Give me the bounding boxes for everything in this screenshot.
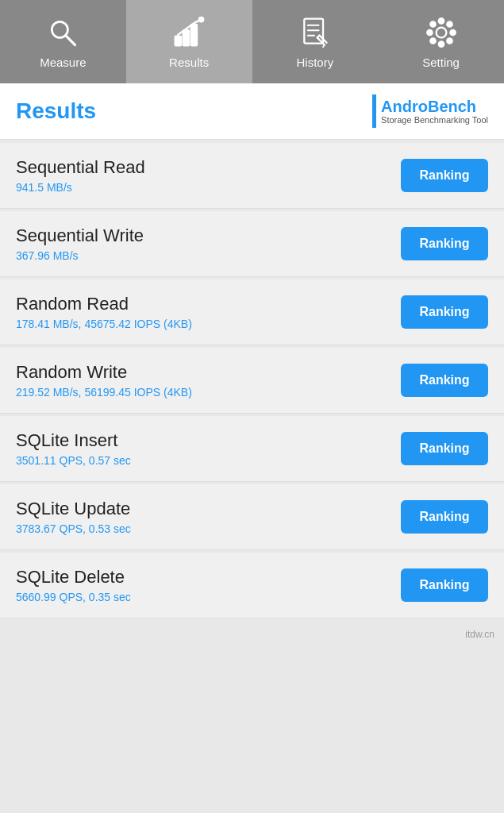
result-name: SQLite Delete [16, 567, 131, 588]
result-info: Random Write219.52 MB/s, 56199.45 IOPS (… [16, 362, 192, 399]
ranking-button[interactable]: Ranking [401, 364, 488, 397]
ranking-button[interactable]: Ranking [401, 295, 488, 329]
logo-main: AndroBench [381, 98, 488, 115]
svg-point-20 [447, 38, 452, 43]
svg-point-15 [438, 18, 443, 23]
result-value: 3501.11 QPS, 0.57 sec [16, 454, 131, 467]
tab-history-label: History [297, 56, 334, 69]
result-row: SQLite Update3783.67 QPS, 0.53 secRankin… [0, 484, 504, 550]
result-value: 941.5 MB/s [16, 181, 145, 194]
result-name: SQLite Update [16, 499, 131, 519]
svg-line-12 [317, 36, 320, 38]
svg-point-17 [427, 30, 432, 35]
tab-setting-label: Setting [422, 56, 460, 69]
result-row: Random Write219.52 MB/s, 56199.45 IOPS (… [0, 348, 504, 414]
ranking-button[interactable]: Ranking [401, 227, 488, 260]
page-title: Results [16, 98, 96, 124]
result-row: Random Read178.41 MB/s, 45675.42 IOPS (4… [0, 279, 504, 345]
result-name: Random Write [16, 362, 192, 383]
ranking-button[interactable]: Ranking [401, 432, 488, 465]
tab-measure-label: Measure [40, 56, 86, 69]
result-row: Sequential Write367.96 MB/sRanking [0, 211, 504, 277]
results-list: Sequential Read941.5 MB/sRankingSequenti… [0, 140, 504, 624]
ranking-button[interactable]: Ranking [401, 500, 488, 534]
result-name: SQLite Insert [16, 430, 131, 451]
tab-bar: Measure Results [0, 0, 504, 83]
svg-point-16 [438, 41, 443, 46]
result-info: SQLite Insert3501.11 QPS, 0.57 sec [16, 430, 131, 467]
logo-bench: Bench [428, 98, 476, 115]
svg-rect-2 [175, 37, 181, 46]
result-row: SQLite Delete5660.99 QPS, 0.35 secRankin… [0, 553, 504, 618]
result-name: Random Read [16, 294, 192, 314]
svg-line-1 [66, 36, 75, 45]
result-info: Sequential Read941.5 MB/s [16, 157, 145, 194]
result-info: Random Read178.41 MB/s, 45675.42 IOPS (4… [16, 294, 192, 330]
svg-rect-3 [183, 30, 189, 45]
result-value: 5660.99 QPS, 0.35 sec [16, 591, 131, 603]
ranking-button[interactable]: Ranking [401, 568, 488, 602]
logo-text: AndroBench Storage Benchmarking Tool [381, 98, 488, 125]
result-value: 178.41 MB/s, 45675.42 IOPS (4KB) [16, 318, 192, 330]
svg-point-14 [436, 28, 446, 38]
result-name: Sequential Write [16, 225, 144, 246]
svg-point-18 [450, 30, 455, 35]
result-name: Sequential Read [16, 157, 145, 178]
chart-icon [171, 14, 207, 51]
svg-point-22 [447, 21, 452, 26]
result-value: 219.52 MB/s, 56199.45 IOPS (4KB) [16, 386, 192, 399]
result-value: 3783.67 QPS, 0.53 sec [16, 522, 131, 535]
svg-point-19 [430, 21, 435, 26]
result-row: SQLite Insert3501.11 QPS, 0.57 secRankin… [0, 416, 504, 482]
tab-measure[interactable]: Measure [0, 0, 126, 83]
logo-sub: Storage Benchmarking Tool [381, 115, 488, 125]
result-info: SQLite Delete5660.99 QPS, 0.35 sec [16, 567, 131, 603]
tab-results[interactable]: Results [126, 0, 252, 83]
svg-rect-4 [191, 25, 197, 45]
result-value: 367.96 MB/s [16, 249, 144, 262]
logo-area: AndroBench Storage Benchmarking Tool [372, 94, 488, 128]
tab-results-label: Results [169, 56, 209, 69]
tab-history[interactable]: History [252, 0, 379, 83]
logo-andro: Andro [381, 98, 428, 115]
history-icon [297, 14, 333, 51]
result-row: Sequential Read941.5 MB/sRanking [0, 143, 504, 209]
logo-bar-accent [372, 94, 376, 128]
tab-setting[interactable]: Setting [378, 0, 504, 83]
search-icon [44, 14, 81, 51]
header: Results AndroBench Storage Benchmarking … [0, 83, 504, 140]
result-info: Sequential Write367.96 MB/s [16, 225, 144, 262]
svg-point-5 [199, 17, 203, 21]
svg-line-13 [323, 45, 325, 48]
svg-point-21 [430, 38, 435, 43]
watermark: itdw.cn [0, 624, 504, 645]
result-info: SQLite Update3783.67 QPS, 0.53 sec [16, 499, 131, 535]
gear-icon [423, 14, 460, 51]
ranking-button[interactable]: Ranking [401, 159, 488, 192]
